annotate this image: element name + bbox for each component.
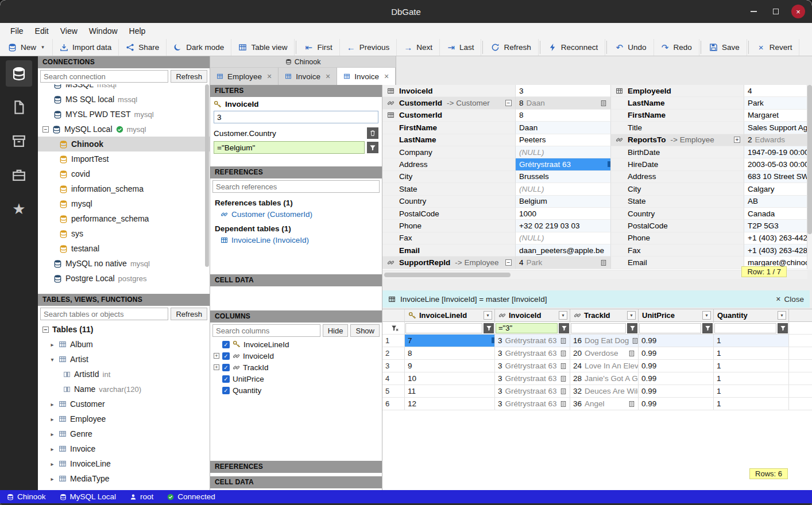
column-item-unitprice[interactable]: ✓UnitPrice — [210, 373, 382, 384]
table-item-album[interactable]: ▸Album — [38, 337, 210, 352]
grid-row-number[interactable]: 3 — [382, 360, 405, 372]
column-checkbox[interactable]: ✓ — [222, 364, 230, 371]
chevron-right-icon[interactable]: ▸ — [49, 401, 55, 407]
column-checkbox[interactable]: ✓ — [222, 375, 230, 383]
toolbar-last-button[interactable]: ⇥Last — [440, 39, 482, 56]
form-value-address[interactable]: Grétrystraat 63 — [516, 158, 611, 170]
grid-cell-r5c2[interactable]: 3Grétrystraat 63 — [495, 385, 570, 398]
form-label-reportsto[interactable]: ReportsTo-> Employee+ — [611, 134, 744, 146]
activity-connections-button[interactable] — [6, 60, 32, 87]
expand-toggle-icon[interactable]: + — [214, 353, 219, 359]
toolbar-table-view-button[interactable]: Table view — [231, 39, 295, 56]
activity-archive-button[interactable] — [6, 128, 32, 154]
form-value-state[interactable]: AB — [744, 196, 807, 208]
reference-link-invoiceline-invoiceid[interactable]: InvoiceLine (InvoiceId) — [210, 234, 382, 246]
column-item-invoicelineid[interactable]: ✓InvoiceLineId — [210, 339, 382, 350]
form-label-invoiceid[interactable]: InvoiceId — [382, 85, 516, 97]
references-panel-header[interactable]: REFERENCES — [210, 166, 382, 178]
form-label-postalcode[interactable]: PostalCode — [611, 220, 744, 232]
grid-row-number[interactable]: 2 — [382, 347, 405, 360]
cell-data-panel-header-bottom[interactable]: CELL DATA — [210, 476, 382, 488]
tables-refresh-button[interactable]: Refresh — [171, 308, 207, 320]
toolbar-next-button[interactable]: →Next — [397, 39, 440, 56]
grid-cell-r1c4[interactable]: 0.99 — [639, 335, 714, 347]
form-label-address[interactable]: Address — [382, 158, 516, 170]
form-label-title[interactable]: Title — [611, 122, 744, 134]
chevron-right-icon[interactable]: ▸ — [49, 341, 55, 348]
form-value-postalcode[interactable]: 1000 — [516, 208, 611, 220]
grid-cell-r6c4[interactable]: 0.99 — [639, 398, 714, 410]
tab-employee-0[interactable]: Employee× — [210, 68, 279, 85]
grid-cell-r1c2[interactable]: 3Grétrystraat 63 — [495, 335, 570, 347]
filter-menu-button[interactable] — [484, 323, 494, 333]
chevron-right-icon[interactable]: ▸ — [49, 461, 55, 467]
tables-search-input[interactable] — [40, 308, 168, 320]
grid-cell-r5c3[interactable]: 32Deuces Are Wild — [570, 385, 639, 398]
grid-cell-r1c1[interactable]: 7 — [405, 335, 495, 347]
database-chinook[interactable]: Chinook — [38, 137, 210, 152]
column-item-invoiceid[interactable]: +✓InvoiceId — [210, 350, 382, 362]
chevron-down-icon[interactable]: ▾ — [49, 356, 55, 363]
columns-panel-header[interactable]: COLUMNS — [210, 310, 382, 323]
references-search-input[interactable] — [212, 180, 380, 193]
toolbar-dark-mode-button[interactable]: Dark mode — [167, 39, 231, 56]
column-dropdown-icon[interactable]: ▾ — [778, 311, 786, 320]
form-label-fax[interactable]: Fax — [382, 232, 516, 244]
status-item-connected[interactable]: Connected — [167, 492, 215, 501]
filter-menu-button[interactable] — [627, 323, 637, 333]
toolbar-share-button[interactable]: Share — [119, 39, 167, 56]
form-label-firstname[interactable]: FirstName — [382, 122, 516, 134]
column-item-name[interactable]: Namevarchar(120) — [38, 382, 210, 397]
collapse-toggle-icon[interactable]: − — [505, 100, 512, 106]
grid-cell-r4c1[interactable]: 10 — [405, 372, 495, 385]
filter-menu-button[interactable] — [559, 323, 569, 333]
form-label-email[interactable]: Email — [611, 257, 744, 269]
database-mysql[interactable]: mysql — [38, 196, 210, 211]
columns-show-button[interactable]: Show — [350, 324, 380, 337]
form-label-supportrepid[interactable]: SupportRepId-> Employee− — [382, 257, 516, 269]
database-performance-schema[interactable]: performance_schema — [38, 211, 210, 226]
filter-menu-button[interactable] — [367, 142, 378, 153]
toolbar-save-button[interactable]: Save — [702, 39, 747, 56]
form-label-firstname[interactable]: FirstName — [611, 110, 744, 122]
menu-view[interactable]: View — [55, 25, 83, 37]
grid-filter-quantity[interactable] — [714, 323, 776, 333]
column-checkbox[interactable]: ✓ — [222, 341, 230, 348]
columns-hide-button[interactable]: Hide — [323, 324, 349, 337]
form-value-city[interactable]: Calgary — [744, 183, 807, 195]
form-label-state[interactable]: State — [382, 183, 516, 195]
form-label-customerid[interactable]: CustomerId — [382, 110, 516, 122]
grid-row-number[interactable]: 4 — [382, 372, 405, 385]
references-panel-header-bottom[interactable]: REFERENCES — [210, 461, 382, 473]
menu-help[interactable]: Help — [123, 25, 152, 37]
table-item-customer[interactable]: ▸Customer — [38, 397, 210, 411]
database-testanal[interactable]: testanal — [38, 241, 210, 256]
table-item-artist[interactable]: ▾Artist — [38, 352, 210, 367]
toolbar-redo-button[interactable]: ↷Redo — [654, 39, 699, 56]
toolbar-reconnect-button[interactable]: Reconnect — [542, 39, 606, 56]
column-dropdown-icon[interactable]: ▾ — [627, 311, 636, 320]
filter-value-input[interactable]: ="Belgium" — [214, 141, 365, 154]
form-label-employeeid[interactable]: EmployeeId — [611, 85, 744, 97]
grid-header-unitprice[interactable]: UnitPrice▾ — [639, 309, 714, 322]
form-label-phone[interactable]: Phone — [382, 220, 516, 232]
table-item-invoiceline[interactable]: ▸InvoiceLine — [38, 456, 210, 471]
form-value-reportsto[interactable]: 2Edwards — [744, 134, 807, 146]
menu-file[interactable]: File — [5, 25, 29, 37]
grid-cell-r3c4[interactable]: 0.99 — [639, 360, 714, 372]
form-value-fax[interactable]: (NULL) — [516, 232, 611, 244]
database-information-schema[interactable]: information_schema — [38, 181, 210, 196]
form-value-customerid[interactable]: 8 — [516, 110, 611, 122]
form-label-address[interactable]: Address — [611, 171, 744, 183]
tab-close-icon[interactable]: × — [384, 72, 389, 81]
grid-row-number[interactable]: 1 — [382, 335, 405, 347]
grid-cell-r5c4[interactable]: 0.99 — [639, 385, 714, 398]
grid-row-number[interactable]: 5 — [382, 385, 405, 398]
form-label-hiredate[interactable]: HireDate — [611, 158, 744, 170]
connection-mysql-local[interactable]: −MySQL Localmysql — [38, 122, 210, 137]
form-value-hiredate[interactable]: 2003-05-03 00:00:00 — [744, 158, 807, 170]
chevron-right-icon[interactable]: ▸ — [49, 476, 55, 482]
column-dropdown-icon[interactable]: ▾ — [484, 311, 492, 320]
form-label-company[interactable]: Company — [382, 146, 516, 158]
activity-favorites-button[interactable]: ★ — [6, 196, 32, 222]
